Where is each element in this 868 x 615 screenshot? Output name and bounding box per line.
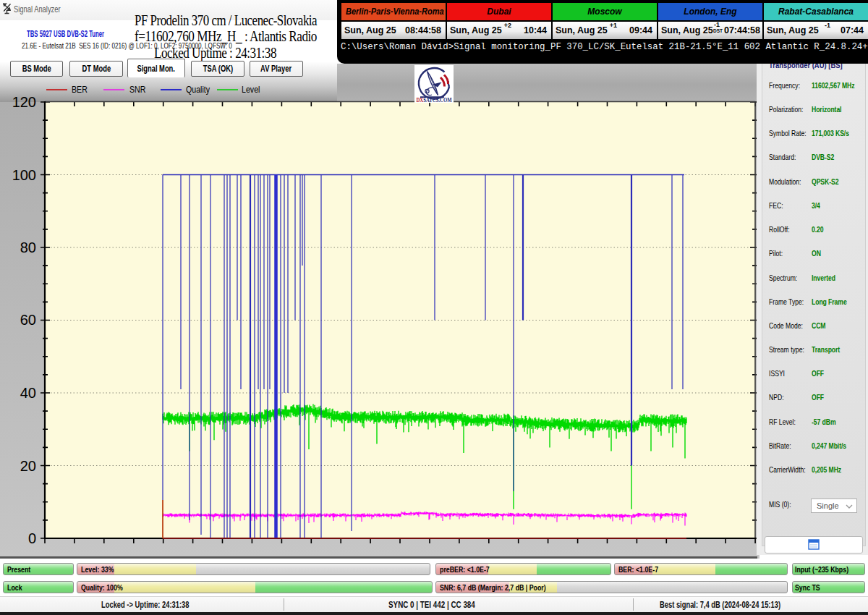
svg-text:DXSATCS.COM: DXSATCS.COM bbox=[417, 96, 452, 103]
